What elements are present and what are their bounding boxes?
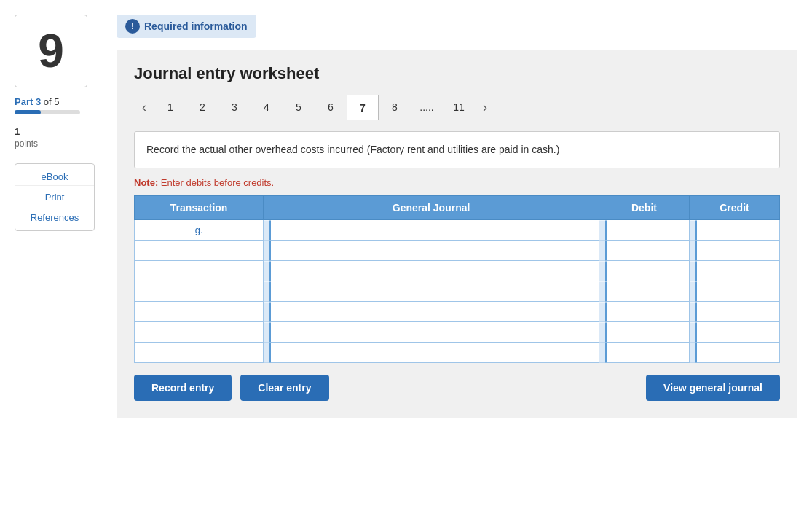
credit-input-5[interactable]: [690, 302, 779, 321]
general-journal-cell-4[interactable]: [264, 281, 599, 302]
credit-cell-4[interactable]: [689, 281, 779, 302]
debit-cell-3[interactable]: [599, 261, 689, 281]
debit-input-2[interactable]: [599, 241, 689, 260]
required-info-label: Required information: [144, 20, 248, 32]
credit-input-6[interactable]: [690, 322, 779, 342]
table-row: [135, 261, 780, 281]
debit-cell-1[interactable]: [599, 220, 689, 241]
tab-11[interactable]: 11: [443, 95, 475, 120]
credit-input-4[interactable]: [690, 281, 779, 301]
tab-8[interactable]: 8: [379, 95, 411, 120]
general-journal-input-4[interactable]: [264, 281, 599, 301]
credit-cell-3[interactable]: [689, 261, 779, 281]
col-header-transaction: Transaction: [135, 196, 264, 220]
general-journal-cell-7[interactable]: [264, 343, 599, 363]
credit-cell-5[interactable]: [689, 302, 779, 322]
general-journal-cell-5[interactable]: [264, 302, 599, 322]
button-row: Record entry Clear entry View general jo…: [134, 375, 780, 401]
points-sub-label: points: [15, 138, 95, 149]
note-text: Note: Enter debits before credits.: [134, 177, 780, 188]
transaction-cell-3: [135, 261, 264, 281]
table-row: [135, 281, 780, 302]
tab-5[interactable]: 5: [283, 95, 315, 120]
general-journal-cell-1[interactable]: [264, 220, 599, 241]
table-row: [135, 241, 780, 261]
credit-input-3[interactable]: [690, 261, 779, 281]
clear-entry-button[interactable]: Clear entry: [240, 375, 328, 401]
debit-cell-5[interactable]: [599, 302, 689, 322]
points-value: 1: [15, 126, 95, 137]
col-header-debit: Debit: [599, 196, 689, 220]
sidebar-item-references[interactable]: References: [15, 209, 94, 226]
table-row: [135, 302, 780, 322]
table-row: g.: [135, 220, 780, 241]
credit-input-2[interactable]: [690, 241, 779, 260]
tab-2[interactable]: 2: [186, 95, 218, 120]
general-journal-cell-6[interactable]: [264, 322, 599, 343]
sidebar-item-ebook[interactable]: eBook: [15, 168, 94, 186]
question-number: 9: [15, 15, 87, 87]
debit-input-7[interactable]: [599, 343, 689, 362]
general-journal-input-3[interactable]: [264, 261, 599, 281]
main-content: ! Required information Journal entry wor…: [102, 7, 805, 512]
general-journal-input-2[interactable]: [264, 241, 599, 260]
credit-cell-2[interactable]: [689, 241, 779, 261]
general-journal-cell-2[interactable]: [264, 241, 599, 261]
table-row: [135, 343, 780, 363]
general-journal-input-1[interactable]: [264, 220, 599, 240]
debit-input-6[interactable]: [599, 322, 689, 342]
record-entry-button[interactable]: Record entry: [134, 375, 232, 401]
info-icon: !: [125, 19, 140, 34]
col-header-credit: Credit: [689, 196, 779, 220]
worksheet-title: Journal entry worksheet: [134, 64, 780, 83]
tab-1[interactable]: 1: [154, 95, 186, 120]
tab-3[interactable]: 3: [218, 95, 251, 120]
debit-cell-7[interactable]: [599, 343, 689, 363]
worksheet-container: Journal entry worksheet ‹ 1 2 3 4 5 6 7 …: [117, 50, 797, 418]
tab-dots[interactable]: .....: [411, 95, 443, 120]
instruction-box: Record the actual other overhead costs i…: [134, 131, 780, 168]
transaction-cell-6: [135, 322, 264, 343]
credit-cell-7[interactable]: [689, 343, 779, 363]
transaction-cell-1: g.: [135, 220, 264, 241]
part-label: Part 3 of 5: [15, 96, 95, 107]
debit-input-4[interactable]: [599, 281, 689, 301]
general-journal-input-7[interactable]: [264, 343, 599, 362]
credit-input-1[interactable]: [690, 220, 779, 240]
sidebar: 9 Part 3 of 5 1 points eBook Print Refer…: [7, 7, 102, 512]
transaction-cell-7: [135, 343, 264, 363]
instruction-text: Record the actual other overhead costs i…: [146, 144, 559, 155]
transaction-cell-2: [135, 241, 264, 261]
view-general-journal-button[interactable]: View general journal: [646, 375, 780, 401]
credit-cell-1[interactable]: [689, 220, 779, 241]
table-row: [135, 322, 780, 343]
progress-bar: [15, 110, 80, 114]
tab-6[interactable]: 6: [315, 95, 347, 120]
required-info-banner: ! Required information: [117, 15, 256, 38]
sidebar-item-print[interactable]: Print: [15, 189, 94, 206]
col-header-general-journal: General Journal: [264, 196, 599, 220]
general-journal-input-6[interactable]: [264, 322, 599, 342]
credit-input-7[interactable]: [690, 343, 779, 362]
tab-navigation: ‹ 1 2 3 4 5 6 7 8 ..... 11 ›: [134, 95, 780, 120]
tab-7[interactable]: 7: [347, 95, 379, 120]
transaction-cell-5: [135, 302, 264, 322]
debit-input-3[interactable]: [599, 261, 689, 281]
tab-next-arrow[interactable]: ›: [475, 95, 495, 120]
debit-cell-4[interactable]: [599, 281, 689, 302]
general-journal-cell-3[interactable]: [264, 261, 599, 281]
debit-cell-6[interactable]: [599, 322, 689, 343]
transaction-cell-4: [135, 281, 264, 302]
progress-bar-fill: [15, 110, 41, 114]
tab-prev-arrow[interactable]: ‹: [134, 95, 154, 120]
debit-input-5[interactable]: [599, 302, 689, 321]
debit-input-1[interactable]: [599, 220, 689, 240]
general-journal-input-5[interactable]: [264, 302, 599, 321]
debit-cell-2[interactable]: [599, 241, 689, 261]
sidebar-links: eBook Print References: [15, 163, 95, 231]
credit-cell-6[interactable]: [689, 322, 779, 343]
journal-table: Transaction General Journal Debit Credit…: [134, 195, 780, 363]
tab-4[interactable]: 4: [251, 95, 283, 120]
